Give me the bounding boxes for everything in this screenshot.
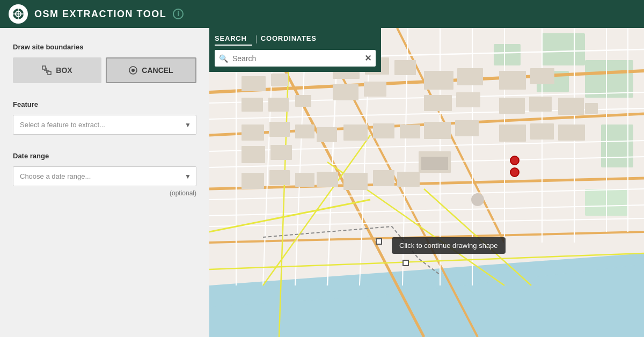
svg-rect-58 [271, 74, 288, 86]
svg-rect-88 [455, 120, 479, 136]
svg-rect-72 [269, 122, 290, 137]
drawing-point-2 [402, 260, 409, 266]
svg-point-100 [471, 193, 484, 206]
svg-rect-74 [270, 145, 292, 160]
date-label: Date range [13, 152, 196, 160]
svg-rect-80 [317, 172, 338, 187]
svg-point-9 [131, 69, 135, 72]
svg-rect-86 [397, 172, 420, 187]
draw-buttons-group: BOX CANCEL [13, 57, 196, 83]
svg-rect-60 [268, 98, 289, 112]
feature-select[interactable]: Select a feature to extract... [13, 115, 196, 135]
svg-rect-70 [456, 92, 480, 107]
svg-rect-64 [394, 60, 416, 75]
tab-search[interactable]: SEARCH [215, 32, 252, 46]
app-header: OSM EXTRACTION TOOL i [0, 0, 644, 28]
svg-rect-99 [421, 157, 448, 170]
cancel-icon [129, 66, 137, 75]
cancel-button-label: CANCEL [142, 66, 173, 75]
svg-rect-85 [373, 170, 394, 186]
svg-rect-90 [530, 68, 554, 84]
drawing-point-1 [376, 238, 382, 245]
app-title: OSM EXTRACTION TOOL [34, 9, 166, 20]
svg-rect-7 [48, 71, 51, 75]
svg-rect-84 [343, 173, 368, 190]
svg-rect-61 [295, 95, 311, 107]
svg-rect-71 [241, 124, 264, 141]
tab-coordinates[interactable]: COORDINATES [261, 32, 322, 46]
optional-label: (optional) [13, 189, 196, 197]
clear-icon[interactable]: ✕ [364, 53, 371, 63]
marker-circle-1 [510, 156, 519, 165]
svg-rect-87 [424, 122, 451, 139]
svg-rect-75 [295, 124, 314, 138]
svg-rect-82 [373, 123, 394, 138]
svg-rect-96 [558, 124, 585, 141]
search-input[interactable] [232, 54, 360, 63]
svg-rect-67 [424, 71, 453, 90]
draw-boundaries-label: Draw site boundaries [13, 43, 196, 51]
svg-rect-97 [585, 103, 598, 114]
main-layout: Draw site boundaries BOX CANCEL [0, 28, 644, 337]
svg-rect-69 [424, 95, 452, 111]
svg-rect-94 [530, 123, 554, 140]
svg-rect-91 [499, 98, 525, 114]
svg-rect-95 [558, 98, 584, 115]
info-icon[interactable]: i [173, 9, 184, 19]
tab-divider: | [255, 32, 258, 46]
svg-rect-79 [295, 173, 314, 187]
svg-rect-6 [42, 66, 46, 69]
search-overlay: SEARCH | COORDINATES 🔍 ✕ [209, 28, 381, 72]
svg-rect-15 [585, 60, 633, 98]
date-select-wrapper: Choose a date range... ▼ [13, 166, 196, 186]
date-section: Date range Choose a date range... ▼ (opt… [13, 152, 196, 197]
feature-label: Feature [13, 100, 196, 108]
svg-rect-93 [499, 124, 526, 142]
svg-rect-81 [343, 124, 368, 141]
map-marker-1[interactable] [510, 156, 519, 165]
map-area[interactable]: SEARCH | COORDINATES 🔍 ✕ Click to contin… [209, 28, 644, 337]
svg-rect-78 [269, 170, 290, 185]
svg-rect-83 [400, 124, 420, 138]
svg-rect-13 [542, 33, 585, 65]
sidebar: Draw site boundaries BOX CANCEL [0, 28, 209, 337]
search-input-row: 🔍 ✕ [215, 50, 376, 67]
svg-rect-73 [241, 146, 265, 163]
svg-rect-65 [333, 84, 358, 100]
box-icon [42, 65, 52, 75]
app-logo [9, 4, 28, 24]
search-tabs: SEARCH | COORDINATES [215, 32, 376, 46]
svg-rect-66 [364, 82, 386, 97]
box-button-label: BOX [56, 66, 72, 75]
feature-select-wrapper: Select a feature to extract... ▼ [13, 115, 196, 135]
svg-rect-14 [494, 44, 521, 65]
map-marker-2[interactable] [510, 166, 519, 177]
cancel-button[interactable]: CANCEL [106, 57, 196, 83]
feature-section: Feature Select a feature to extract... ▼ [13, 100, 196, 135]
svg-rect-89 [499, 71, 526, 90]
date-select[interactable]: Choose a date range... [13, 166, 196, 186]
box-button[interactable]: BOX [13, 57, 101, 83]
svg-rect-77 [241, 173, 264, 189]
map-background [209, 28, 644, 337]
svg-rect-57 [241, 76, 266, 91]
svg-rect-59 [241, 98, 263, 112]
marker-circle-2 [510, 167, 519, 177]
svg-rect-68 [457, 68, 483, 85]
search-icon: 🔍 [219, 54, 228, 63]
svg-rect-76 [317, 127, 337, 142]
svg-rect-92 [529, 97, 552, 112]
